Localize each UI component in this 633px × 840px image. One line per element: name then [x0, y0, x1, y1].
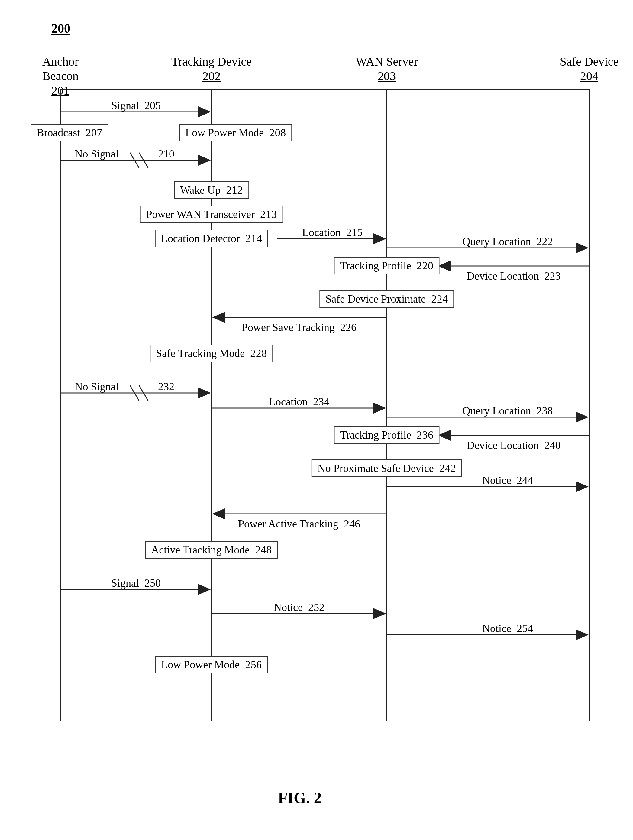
msg-notice-252: Notice 252: [274, 601, 324, 614]
box-lowpower-208: Low Power Mode 208: [179, 124, 292, 142]
msg-nosignal-210-num: 210: [158, 147, 174, 160]
msg-location-234: Location 234: [269, 395, 329, 408]
msg-save-226: Power Save Tracking 226: [242, 321, 356, 334]
msg-notice-254: Notice 254: [482, 622, 533, 635]
sequence-diagram: Anchor Beacon 201 Tracking Device 202 WA…: [18, 54, 615, 750]
box-activetrack-248: Active Tracking Mode 248: [145, 541, 278, 559]
msg-devloc-240: Device Location 240: [467, 439, 561, 452]
msg-nosignal-232: No Signal: [75, 380, 118, 393]
svg-line-10: [139, 385, 148, 401]
figure-number: 200: [51, 21, 71, 36]
lane-header: Safe Device 204: [556, 54, 622, 84]
svg-line-3: [139, 153, 148, 168]
box-wakeup-212: Wake Up 212: [174, 182, 249, 199]
msg-nosignal-232-num: 232: [158, 380, 174, 393]
box-noprox-242: No Proximate Safe Device 242: [312, 459, 462, 477]
svg-line-2: [130, 153, 139, 168]
box-wantx-213: Power WAN Transceiver 213: [140, 205, 283, 223]
msg-notice-244: Notice 244: [482, 474, 533, 487]
box-locdet-214: Location Detector 214: [155, 230, 268, 247]
box-profile-236: Tracking Profile 236: [334, 426, 439, 444]
lane-header: WAN Server 203: [351, 54, 423, 84]
lane-title: Safe Device: [556, 54, 622, 69]
lifeline-wan: [386, 89, 387, 721]
box-safeprox-224: Safe Device Proximate 224: [320, 290, 454, 308]
msg-location-215: Location 215: [302, 226, 362, 239]
lane-id: 202: [169, 69, 254, 84]
box-safetrack-228: Safe Tracking Mode 228: [150, 344, 273, 362]
svg-line-9: [130, 385, 139, 401]
lane-title: WAN Server: [351, 54, 423, 69]
lifeline-anchor: [60, 89, 61, 721]
lifeline-safe: [589, 89, 590, 721]
msg-signal-205: Signal 205: [111, 99, 161, 112]
lane-top-bar: [60, 89, 589, 90]
msg-query-238: Query Location 238: [463, 404, 553, 417]
lane-title: Tracking Device: [169, 54, 254, 69]
figure-label: FIG. 2: [278, 789, 321, 807]
box-lowpower-256: Low Power Mode 256: [155, 656, 268, 673]
msg-query-222: Query Location 222: [463, 235, 553, 248]
lane-title: Anchor Beacon: [24, 54, 97, 84]
box-broadcast-207: Broadcast 207: [30, 124, 108, 142]
msg-devloc-223: Device Location 223: [467, 270, 561, 282]
box-profile-220: Tracking Profile 220: [334, 257, 439, 275]
msg-nosignal-210: No Signal: [75, 147, 118, 160]
msg-signal-250: Signal 250: [111, 577, 161, 589]
lane-id: 203: [351, 69, 423, 84]
lane-header: Tracking Device 202: [169, 54, 254, 84]
lane-id: 204: [556, 69, 622, 84]
msg-active-246: Power Active Tracking 246: [238, 518, 360, 530]
